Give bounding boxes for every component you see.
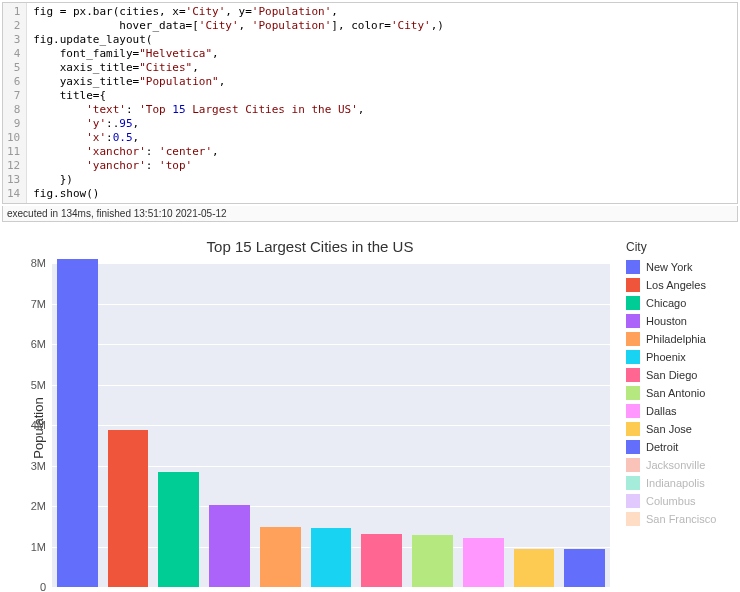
y-tick: 0	[40, 581, 46, 592]
legend-item[interactable]: Houston	[626, 314, 734, 328]
legend-swatch	[626, 476, 640, 490]
code-gutter: 1234567891011121314	[3, 3, 27, 203]
legend-swatch	[626, 440, 640, 454]
bar[interactable]	[361, 534, 402, 587]
bar[interactable]	[412, 535, 453, 587]
legend-swatch	[626, 296, 640, 310]
bar[interactable]	[108, 430, 149, 587]
bar[interactable]	[260, 527, 301, 587]
legend-swatch	[626, 404, 640, 418]
legend-swatch	[626, 386, 640, 400]
bar[interactable]	[311, 528, 352, 587]
legend-item[interactable]: Phoenix	[626, 350, 734, 364]
exec-info: executed in 134ms, finished 13:51:10 202…	[2, 206, 738, 222]
legend-swatch	[626, 350, 640, 364]
code-cell[interactable]: 1234567891011121314 fig = px.bar(cities,…	[2, 2, 738, 204]
legend-item[interactable]: Dallas	[626, 404, 734, 418]
legend-label: San Antonio	[646, 387, 705, 399]
legend-swatch	[626, 368, 640, 382]
y-tick: 4M	[31, 419, 46, 431]
legend-label: Phoenix	[646, 351, 686, 363]
legend-item[interactable]: Jacksonville	[626, 458, 734, 472]
legend-label: Philadelphia	[646, 333, 706, 345]
y-tick: 6M	[31, 338, 46, 350]
legend-swatch	[626, 278, 640, 292]
legend-label: Chicago	[646, 297, 686, 309]
legend-label: New York	[646, 261, 692, 273]
legend-label: Los Angeles	[646, 279, 706, 291]
legend-item[interactable]: San Diego	[626, 368, 734, 382]
legend-label: Jacksonville	[646, 459, 705, 471]
legend-swatch	[626, 494, 640, 508]
legend-swatch	[626, 512, 640, 526]
legend-item[interactable]: San Francisco	[626, 512, 734, 526]
bar[interactable]	[564, 549, 605, 587]
code-content[interactable]: fig = px.bar(cities, x='City', y='Popula…	[27, 3, 737, 203]
y-tick: 2M	[31, 500, 46, 512]
bars-container	[52, 263, 610, 587]
legend-item[interactable]: Philadelphia	[626, 332, 734, 346]
chart-output: Top 15 Largest Cities in the US Populati…	[0, 228, 740, 592]
legend-label: San Francisco	[646, 513, 716, 525]
legend-title: City	[626, 240, 734, 254]
legend-item[interactable]: New York	[626, 260, 734, 274]
plot-area[interactable]: 01M2M3M4M5M6M7M8M	[52, 263, 610, 587]
legend-swatch	[626, 332, 640, 346]
legend-label: Indianapolis	[646, 477, 705, 489]
y-tick: 3M	[31, 460, 46, 472]
legend-label: San Jose	[646, 423, 692, 435]
legend-label: Detroit	[646, 441, 678, 453]
legend-label: Houston	[646, 315, 687, 327]
legend-item[interactable]: San Antonio	[626, 386, 734, 400]
y-tick: 7M	[31, 298, 46, 310]
legend-item[interactable]: Indianapolis	[626, 476, 734, 490]
y-tick: 1M	[31, 541, 46, 553]
legend-item[interactable]: Columbus	[626, 494, 734, 508]
y-tick: 5M	[31, 379, 46, 391]
legend-item[interactable]: Chicago	[626, 296, 734, 310]
legend-swatch	[626, 422, 640, 436]
legend: City New YorkLos AngelesChicagoHoustonPh…	[618, 234, 738, 592]
legend-item[interactable]: Los Angeles	[626, 278, 734, 292]
bar[interactable]	[514, 549, 555, 587]
legend-swatch	[626, 314, 640, 328]
chart-title: Top 15 Largest Cities in the US	[2, 238, 618, 255]
y-tick: 8M	[31, 257, 46, 269]
legend-label: Dallas	[646, 405, 677, 417]
legend-item[interactable]: Detroit	[626, 440, 734, 454]
legend-label: Columbus	[646, 495, 696, 507]
bar[interactable]	[57, 259, 98, 587]
legend-item[interactable]: San Jose	[626, 422, 734, 436]
bar[interactable]	[463, 538, 504, 587]
legend-swatch	[626, 458, 640, 472]
legend-swatch	[626, 260, 640, 274]
chart-main: Top 15 Largest Cities in the US Populati…	[2, 234, 618, 592]
bar[interactable]	[158, 472, 199, 587]
legend-label: San Diego	[646, 369, 697, 381]
bar[interactable]	[209, 505, 250, 587]
